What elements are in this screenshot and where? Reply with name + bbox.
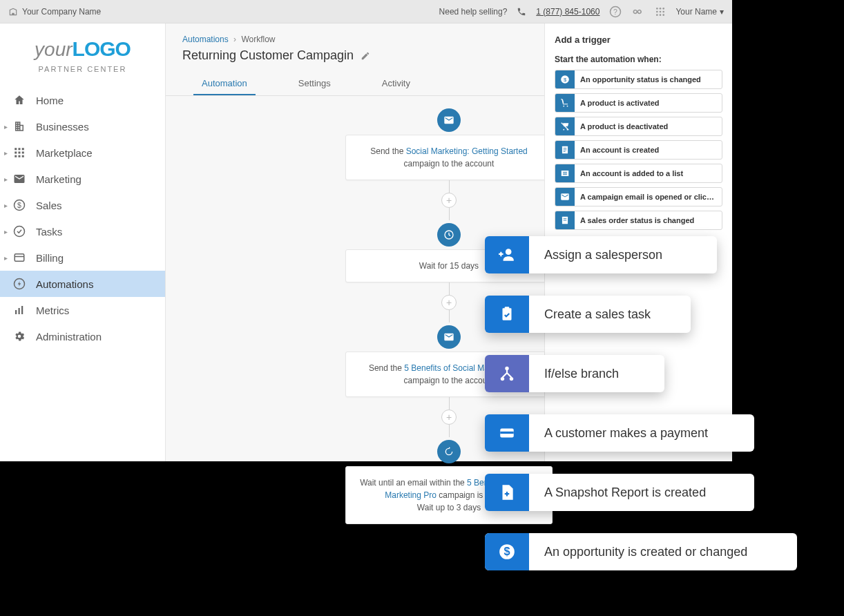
doc-icon (555, 140, 575, 160)
trigger-option[interactable]: $An opportunity status is changed (555, 70, 722, 89)
chevron-right-icon: ▸ (4, 202, 8, 209)
svg-text:$: $ (17, 201, 21, 209)
company-name: Your Company Name (22, 7, 101, 17)
building-icon (8, 7, 18, 17)
svg-point-8 (656, 14, 658, 16)
trigger-label: An opportunity status is changed (575, 75, 707, 84)
trigger-option[interactable]: A campaign email is opened or clicked (555, 187, 722, 206)
svg-point-4 (663, 8, 665, 10)
apps-icon[interactable] (655, 6, 666, 17)
wait-step-icon (437, 223, 461, 247)
svg-rect-18 (19, 155, 21, 157)
sidebar-item-marketing[interactable]: ▸Marketing (0, 166, 165, 192)
action-label: Assign a salesperson (529, 248, 678, 262)
trigger-option[interactable]: A sales order status is changed (555, 211, 722, 230)
svg-point-7 (663, 10, 665, 12)
cart-off-icon (555, 117, 575, 136)
step-send-campaign-1[interactable]: Send the Social Marketing: Getting Start… (345, 135, 553, 180)
action-card[interactable]: A Snapshot Report is created (485, 474, 754, 511)
mail-icon (12, 173, 26, 185)
svg-rect-26 (15, 310, 17, 314)
svg-rect-50 (505, 307, 510, 309)
action-card[interactable]: $An opportunity is created or changed (485, 533, 797, 570)
dollar-circle-icon: $ (485, 533, 529, 570)
page-title: Returning Customer Campagin (182, 48, 354, 63)
sidebar-item-billing[interactable]: ▸Billing (0, 244, 165, 271)
svg-rect-49 (503, 308, 512, 320)
sidebar-item-label: Marketing (36, 173, 81, 185)
topbar: Your Company Name Need help selling? 1 (… (0, 0, 732, 23)
sidebar-item-metrics[interactable]: Metrics (0, 297, 165, 323)
sidebar-item-label: Automations (36, 278, 93, 290)
sidebar-item-marketplace[interactable]: ▸Marketplace (0, 139, 165, 166)
add-step-button[interactable]: + (441, 193, 457, 208)
tab-activity[interactable]: Activity (374, 73, 419, 95)
svg-point-53 (510, 377, 513, 381)
svg-text:?: ? (613, 7, 617, 15)
sidebar-item-label: Businesses (36, 121, 89, 133)
trigger-option[interactable]: An account is added to a list (555, 164, 722, 183)
sidebar-item-businesses[interactable]: ▸Businesses (0, 113, 165, 139)
sidebar-item-label: Administration (36, 331, 102, 343)
bars-icon (12, 304, 26, 316)
svg-point-33 (567, 106, 568, 107)
grid-icon (12, 146, 26, 159)
action-card[interactable]: Create a sales task (485, 296, 691, 333)
trigger-panel-title: Add a trigger (555, 35, 722, 45)
billing-icon (12, 251, 26, 264)
infinity-icon[interactable] (631, 8, 645, 16)
svg-rect-14 (15, 152, 17, 154)
svg-point-51 (505, 367, 508, 370)
phone-number[interactable]: 1 (877) 845-1060 (536, 7, 600, 17)
action-card[interactable]: If/else branch (485, 355, 664, 392)
action-card[interactable]: A customer makes a payment (485, 414, 754, 452)
action-label: A customer makes a payment (529, 426, 723, 441)
trigger-option[interactable]: An account is created (555, 140, 722, 160)
action-label: An opportunity is created or changed (529, 545, 763, 559)
svg-point-10 (663, 14, 665, 16)
svg-rect-15 (19, 152, 21, 154)
sidebar-item-home[interactable]: Home (0, 87, 165, 113)
dollar-icon: $ (12, 199, 26, 211)
trigger-label: A sales order status is changed (575, 216, 700, 224)
tab-automation[interactable]: Automation (193, 73, 256, 95)
svg-text:$: $ (503, 545, 510, 557)
home-icon (12, 94, 26, 106)
svg-rect-28 (21, 306, 23, 314)
bolt-icon (12, 278, 26, 290)
trigger-label: An account is created (575, 146, 664, 154)
logo: yourLOGO PARTNER CENTER (0, 23, 165, 80)
help-icon[interactable]: ? (609, 6, 622, 18)
svg-point-3 (660, 8, 662, 10)
sidebar-item-administration[interactable]: Administration (0, 323, 165, 349)
card-icon (485, 414, 529, 452)
email-step-icon (437, 108, 461, 132)
svg-rect-11 (15, 148, 17, 150)
wait-until-step-icon (437, 440, 461, 463)
check-icon (12, 225, 26, 238)
tab-settings[interactable]: Settings (290, 73, 339, 95)
sidebar-item-label: Marketplace (36, 147, 93, 159)
chevron-right-icon: ▸ (4, 175, 8, 183)
svg-point-34 (563, 129, 564, 131)
email-step-icon (437, 325, 461, 349)
breadcrumb-parent[interactable]: Automations (182, 35, 229, 44)
user-menu[interactable]: Your Name ▾ (675, 7, 724, 17)
svg-point-52 (501, 377, 504, 381)
sidebar-item-label: Billing (36, 252, 64, 264)
sidebar-item-tasks[interactable]: ▸Tasks (0, 218, 165, 244)
trigger-option[interactable]: A product is activated (555, 93, 722, 113)
svg-point-6 (660, 10, 662, 12)
sidebar: yourLOGO PARTNER CENTER Home▸Businesses▸… (0, 23, 166, 461)
trigger-option[interactable]: A product is deactivated (555, 117, 722, 136)
mail-icon (555, 187, 575, 206)
action-card[interactable]: Assign a salesperson (485, 236, 717, 273)
svg-rect-12 (19, 148, 21, 150)
edit-title-icon[interactable] (361, 51, 370, 61)
sidebar-item-automations[interactable]: Automations (0, 271, 165, 297)
sidebar-item-sales[interactable]: ▸$Sales (0, 192, 165, 218)
add-step-button[interactable]: + (441, 295, 457, 310)
add-step-button[interactable]: + (441, 410, 457, 425)
phone-icon (517, 7, 526, 17)
file-plus-icon (485, 474, 529, 511)
